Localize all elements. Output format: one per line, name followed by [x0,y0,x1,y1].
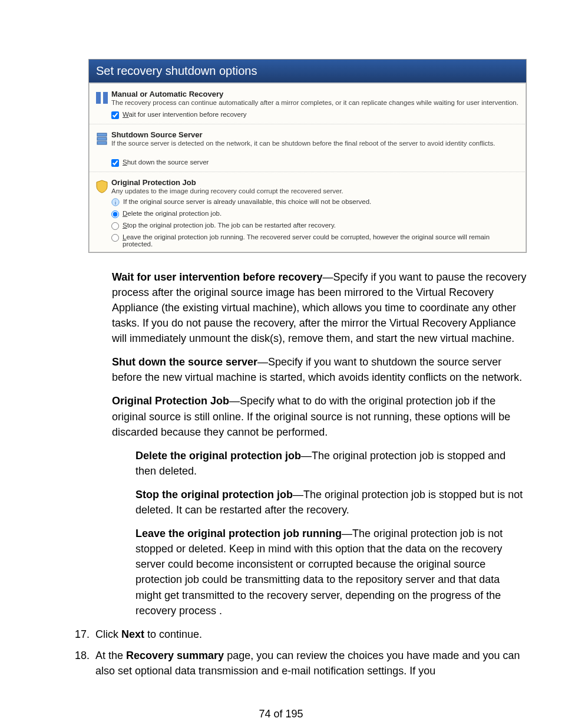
wait-intervention-checkbox[interactable] [111,111,119,119]
original-job-desc: Any updates to the image during recovery… [111,187,519,196]
step-17-number: 17. [71,627,90,642]
recovery-options-dialog: Set recovery shutdown options Manual or … [88,59,527,253]
section-shutdown-source: Shutdown Source Server If the source ser… [89,124,526,172]
radio-stop-job[interactable] [111,222,119,230]
orig-term: Original Protection Job [112,395,229,407]
step-18-number: 18. [71,648,90,678]
svg-rect-3 [97,137,107,140]
wait-intervention-label[interactable]: Wait for user intervention before recove… [123,111,247,118]
radio-stop-job-label[interactable]: Stop the original protection job. The jo… [123,222,336,229]
original-job-heading: Original Protection Job [111,178,519,187]
shutdown-source-checkbox[interactable] [111,159,119,167]
step-17-text-a: Click [95,628,121,640]
wait-term: Wait for user intervention before recove… [112,271,322,283]
radio-delete-job-label[interactable]: Delete the original protection job. [123,210,222,217]
shield-icon [95,178,111,249]
dialog-title: Set recovery shutdown options [89,60,526,84]
leave-term: Leave the original protection job runnin… [135,528,342,539]
section-original-job: Original Protection Job Any updates to t… [89,172,526,252]
radio-leave-job-label[interactable]: Leave the original protection job runnin… [123,233,519,248]
explanatory-text: Wait for user intervention before recove… [112,269,527,618]
radio-leave-job[interactable] [111,234,119,242]
step-18-bold: Recovery summary [126,650,224,661]
step-17-bold: Next [121,628,144,640]
leave-body: —The original protection job is not stop… [135,528,503,616]
radio-delete-job[interactable] [111,210,119,218]
shutdown-source-desc: If the source server is detected on the … [111,139,519,148]
server-icon [95,130,111,168]
recovery-icon [95,90,111,120]
svg-rect-0 [96,92,101,104]
step-18: 18. At the Recovery summary page, you ca… [71,648,527,678]
step-17: 17. Click Next to continue. [71,627,527,642]
shutdown-source-label[interactable]: Shut down the source server [123,159,209,166]
delete-term: Delete the original protection job [135,450,301,462]
shutdown-term: Shut down the source server [112,356,257,368]
manual-recovery-heading: Manual or Automatic Recovery [111,90,519,98]
svg-rect-1 [103,92,108,104]
section-manual-recovery: Manual or Automatic Recovery The recover… [89,84,526,124]
original-job-hint: If the original source server is already… [123,198,371,205]
svg-rect-4 [97,141,107,144]
step-18-text-a: At the [95,650,126,661]
svg-text:i: i [115,199,116,205]
info-icon: i [111,198,120,206]
stop-term: Stop the original protection job [135,489,293,500]
manual-recovery-desc: The recovery process can continue automa… [111,98,519,107]
shutdown-source-heading: Shutdown Source Server [111,130,519,139]
step-list: 17. Click Next to continue. 18. At the R… [71,627,527,678]
page-number: 74 of 195 [35,708,527,720]
step-17-text-c: to continue. [144,628,202,640]
svg-rect-2 [97,133,107,136]
